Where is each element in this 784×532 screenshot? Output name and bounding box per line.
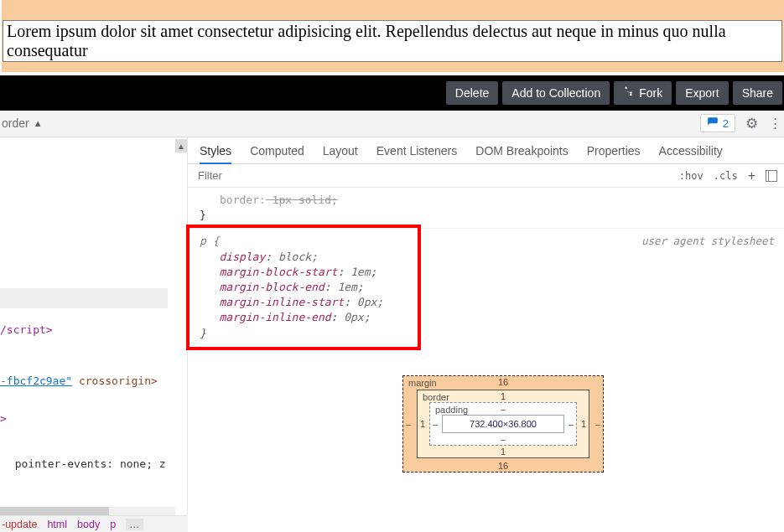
horizontal-scrollbar[interactable]	[0, 507, 175, 515]
tab-event-listeners[interactable]: Event Listeners	[376, 142, 458, 164]
comments-button[interactable]: 2	[700, 114, 735, 132]
bm-padding-top: –	[501, 404, 506, 414]
ua-l4p: margin-inline-start	[219, 296, 344, 308]
scrollbar-thumb[interactable]	[0, 507, 109, 515]
bm-border-bottom: 1	[501, 447, 506, 457]
share-button[interactable]: Share	[733, 81, 782, 105]
kebab-icon[interactable]: ⋮	[768, 115, 781, 132]
ua-l2v: 1em;	[350, 266, 376, 278]
gear-icon[interactable]: ⚙	[745, 115, 758, 132]
add-collection-label: Add to Collection	[511, 81, 600, 105]
styles-filter-row: :hov .cls +	[188, 164, 784, 188]
inspected-paragraph[interactable]: Lorem ipsum dolor sit amet consectetur a…	[3, 20, 782, 62]
devtools-panel: Styles Computed Layout Event Listeners D…	[188, 137, 784, 532]
tab-styles[interactable]: Styles	[200, 142, 231, 164]
fork-label: Fork	[639, 81, 662, 105]
crumb-body[interactable]: body	[77, 519, 100, 530]
ua-l3p: margin-block-end	[219, 281, 324, 293]
bm-padding-bottom: –	[501, 434, 506, 444]
comment-count: 2	[723, 117, 729, 130]
delete-button[interactable]: Delete	[446, 81, 498, 105]
order-label: order	[2, 116, 29, 130]
ua-l4v: 0px;	[357, 296, 383, 308]
bm-margin-right: –	[595, 419, 600, 429]
code-line-4: pointer-events: none; z	[2, 457, 166, 470]
cls-toggle[interactable]: .cls	[714, 170, 738, 182]
devtools-tabs: Styles Computed Layout Event Listeners D…	[188, 137, 784, 164]
box-model-content: 732.400×36.800	[442, 415, 564, 433]
export-label: Export	[685, 81, 719, 105]
ua-l5v: 0px;	[344, 311, 370, 323]
bm-border-left: 1	[420, 419, 425, 429]
bm-margin-top: 16	[498, 377, 508, 387]
ua-rule-row: p { display: block; margin-block-start: …	[200, 234, 774, 340]
new-style-rule-button[interactable]: +	[748, 168, 755, 183]
tab-accessibility[interactable]: Accessibility	[659, 142, 723, 164]
bm-border-right: 1	[581, 419, 586, 429]
bm-border-top: 1	[501, 391, 506, 401]
source-panel: ▲ /script> -fbcf2c9ae" crossorigin> > po…	[0, 137, 188, 532]
pin-icon[interactable]: ▲	[34, 118, 43, 128]
rule-divider	[188, 228, 784, 229]
scroll-up-button[interactable]: ▲	[175, 139, 187, 152]
box-model-margin: margin 16 16 – – border 1 1 1 1 padding …	[402, 375, 604, 473]
ua-source-label: user agent stylesheet	[641, 234, 774, 249]
code-line-2b: crossorigin>	[72, 374, 158, 387]
fork-icon	[623, 81, 634, 105]
paragraph-text: Lorem ipsum dolor sit amet consectetur a…	[7, 22, 726, 59]
ua-l5p: margin-inline-end	[219, 311, 330, 323]
box-model-padding: padding – – – – 732.400×36.800	[429, 402, 577, 446]
tab-properties[interactable]: Properties	[587, 142, 641, 164]
hov-toggle[interactable]: :hov	[679, 170, 704, 182]
partial-rule-val: 1px solid;	[266, 194, 338, 206]
ua-l2p: margin-block-start	[219, 266, 337, 278]
bm-margin-bottom: 16	[498, 461, 508, 471]
delete-label: Delete	[455, 81, 489, 105]
breadcrumb: -update html body p …	[0, 515, 188, 532]
secondary-toolbar: order ▲ 2 ⚙ ⋮	[0, 111, 784, 137]
ua-rule-block: p { display: block; margin-block-start: …	[200, 234, 383, 340]
bm-border-label: border	[423, 392, 449, 402]
rule-close-brace: }	[200, 208, 774, 223]
fork-button[interactable]: Fork	[614, 81, 672, 105]
crumb-p[interactable]: p	[110, 519, 116, 530]
box-model-border: border 1 1 1 1 padding – – – – 732.400×3…	[417, 390, 589, 458]
bm-margin-left: –	[406, 419, 411, 429]
app-toolbar: Delete Add to Collection Fork Export Sha…	[0, 75, 784, 111]
partial-rule-prop: border:	[220, 194, 266, 206]
crumb-update[interactable]: -update	[2, 519, 37, 530]
bm-margin-label: margin	[408, 378, 437, 388]
bm-padding-right: –	[569, 419, 574, 429]
ua-close: }	[200, 327, 206, 339]
styles-filter-input[interactable]	[198, 169, 669, 182]
code-line-1: /script>	[0, 323, 53, 336]
ua-l1p: display	[219, 251, 265, 263]
ua-l1v: block;	[278, 251, 318, 263]
box-model-diagram[interactable]: margin 16 16 – – border 1 1 1 1 padding …	[402, 375, 604, 473]
export-button[interactable]: Export	[676, 81, 728, 105]
bm-padding-left: –	[433, 419, 438, 429]
comment-icon	[707, 116, 719, 131]
crumb-overflow[interactable]: …	[126, 519, 143, 530]
crumb-html[interactable]: html	[47, 519, 67, 530]
ua-selector: p {	[200, 235, 219, 247]
source-code-block-3[interactable]: pointer-events: none; z	[2, 422, 166, 507]
tab-dom-breakpoints[interactable]: DOM Breakpoints	[475, 142, 568, 164]
ua-l3v: 1em;	[337, 281, 363, 293]
styles-rules-area[interactable]: border: 1px solid; } p { display: block;…	[188, 188, 784, 346]
tab-layout[interactable]: Layout	[323, 142, 358, 164]
toggle-sidebar-icon[interactable]	[766, 170, 777, 182]
share-label: Share	[742, 81, 773, 105]
tab-computed[interactable]: Computed	[250, 142, 304, 164]
add-to-collection-button[interactable]: Add to Collection	[502, 81, 610, 105]
bm-padding-label: padding	[435, 405, 468, 415]
